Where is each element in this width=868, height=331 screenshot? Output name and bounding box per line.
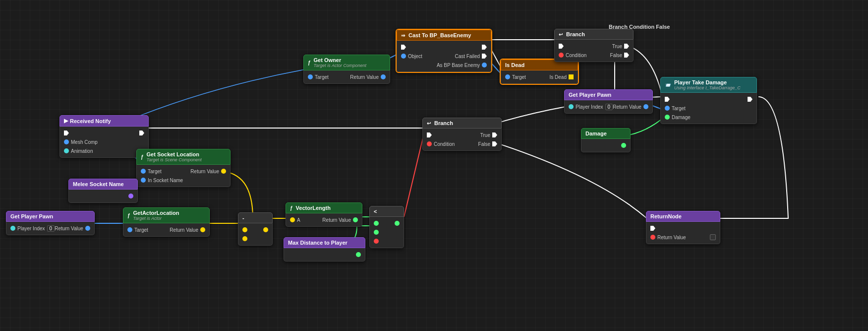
ptd-exec-out[interactable] [748, 97, 752, 102]
vl-a-pin[interactable] [290, 217, 295, 222]
cast-exec-in[interactable] [401, 45, 406, 50]
isdead-out-pin[interactable] [569, 74, 574, 79]
melee-socket-body [68, 190, 138, 203]
vl-return-pin[interactable] [353, 217, 358, 222]
branch-middle-node[interactable]: ↩ Branch True Condition False [422, 118, 502, 151]
is-dead-body: Target Is Dead [501, 70, 578, 84]
bm-false-pin[interactable] [492, 141, 497, 146]
bt-condition-pin[interactable] [559, 53, 564, 58]
bm-condition-pin[interactable] [427, 141, 432, 146]
return-node[interactable]: ReturnNode Return Value [646, 211, 720, 244]
return-body: Return Value [646, 222, 720, 244]
exec-out-pin[interactable] [139, 131, 144, 135]
blueprint-canvas[interactable]: ▶ Received Notify Mesh Comp Animation ƒ … [0, 0, 868, 331]
is-dead-node[interactable]: Is Dead Target Is Dead [500, 59, 579, 85]
get-owner-body: Target Return Value [303, 70, 390, 84]
rn-return-pin[interactable] [650, 235, 655, 240]
branch-middle-body: True Condition False [422, 129, 502, 151]
mesh-comp-pin[interactable] [64, 139, 69, 144]
cast-failed-pin[interactable] [482, 54, 487, 59]
cast-object-pin[interactable] [401, 54, 406, 59]
get-player-pawn-top-node[interactable]: Get Player Pawn Player Index 0 Return Va… [564, 89, 653, 114]
vector-length-node[interactable]: ƒ VectorLength A Return Value [286, 202, 362, 227]
subtract-node[interactable]: - [238, 212, 273, 246]
received-notify-body: Mesh Comp Animation [59, 127, 149, 158]
gal-target-pin[interactable] [127, 227, 132, 232]
go-return-pin[interactable] [381, 74, 386, 79]
return-header: ReturnNode [646, 211, 720, 222]
rn-checkbox[interactable] [710, 234, 716, 240]
branch-top-header: ↩ Branch [554, 29, 634, 40]
gsl-return-pin[interactable] [221, 169, 226, 174]
get-player-pawn-bottom-header: Get Player Pawn [6, 211, 95, 222]
get-actor-location-node[interactable]: ƒ GetActorLocation Target is Actor Targe… [123, 207, 210, 237]
lt-a-pin[interactable] [374, 221, 379, 226]
get-player-pawn-bottom-body: Player Index 0 Return Value [6, 222, 95, 235]
mesh-comp-pin-row: Mesh Comp [60, 137, 148, 146]
ptd-damage-pin[interactable] [665, 115, 670, 120]
damage-header: Damage [581, 128, 631, 139]
melee-socket-header: Melee Socket Name [68, 179, 138, 190]
branch-condition-false-label: Branch Condition False [609, 24, 670, 30]
bm-exec-in[interactable] [427, 132, 432, 137]
animation-pin[interactable] [64, 148, 69, 153]
max-distance-node[interactable]: Max Distance to Player [284, 237, 365, 262]
gsl-socket-row: In Socket Name [137, 176, 230, 185]
gsl-insocket-pin[interactable] [141, 178, 146, 183]
get-socket-location-node[interactable]: ƒ Get Socket Location Target is Scene Co… [136, 149, 231, 187]
branch-top-node[interactable]: ↩ Branch True Condition False [554, 29, 634, 62]
lt-red-pin[interactable] [374, 239, 379, 244]
get-player-pawn-top-header: Get Player Pawn [564, 89, 653, 100]
max-dist-out-pin[interactable] [356, 252, 361, 257]
bt-true-pin[interactable] [624, 44, 629, 49]
lt-b-pin[interactable] [374, 230, 379, 235]
vector-length-body: A Return Value [286, 213, 362, 227]
received-notify-node[interactable]: ▶ Received Notify Mesh Comp Animation [59, 115, 149, 158]
cast-exec-out[interactable] [482, 45, 487, 50]
exec-in-pin[interactable] [64, 131, 69, 135]
get-socket-location-header: ƒ Get Socket Location Target is Scene Co… [136, 149, 231, 165]
player-index-pin[interactable] [10, 226, 15, 231]
get-actor-location-body: Target Return Value [123, 223, 210, 237]
cast-header: ⇒ Cast To BP_BaseEnemy [397, 30, 491, 41]
lt-out-pin[interactable] [395, 221, 400, 226]
melee-socket-out-pin[interactable] [128, 194, 133, 199]
ptd-exec-in[interactable] [665, 97, 670, 102]
gppt-index-pin[interactable] [569, 104, 574, 109]
gsl-target-pin[interactable] [141, 169, 146, 174]
ptd-target-pin[interactable] [665, 106, 670, 111]
rn-exec-in[interactable] [650, 226, 655, 231]
branch-middle-header: ↩ Branch [422, 118, 502, 129]
sub-b-pin[interactable] [242, 236, 247, 241]
isdead-target-pin[interactable] [505, 74, 510, 79]
get-player-pawn-bottom-node[interactable]: Get Player Pawn Player Index 0 Return Va… [6, 211, 95, 235]
less-than-node[interactable]: < [369, 206, 404, 248]
damage-out-pin[interactable] [621, 143, 626, 148]
bt-false-pin[interactable] [624, 53, 629, 58]
get-player-pawn-top-body: Player Index 0 Return Value [564, 100, 653, 114]
cast-to-bp-base-enemy-node[interactable]: ⇒ Cast To BP_BaseEnemy Object Cast Faile… [396, 29, 492, 73]
received-notify-icon: ▶ [64, 118, 68, 124]
sub-out-pin[interactable] [263, 227, 268, 232]
get-actor-location-header: ƒ GetActorLocation Target is Actor [123, 207, 210, 223]
branch-top-body: True Condition False [554, 40, 634, 62]
player-take-damage-node[interactable]: 📨 Player Take Damage Using Interface I_T… [660, 77, 757, 124]
get-owner-node[interactable]: ƒ Get Owner Target is Actor Component Ta… [303, 55, 390, 84]
cast-as-enemy-pin[interactable] [482, 63, 487, 67]
cast-body: Object Cast Failed As BP Base Enemy [397, 41, 491, 72]
bm-true-pin[interactable] [492, 132, 497, 137]
gsl-target-row: Target Return Value [137, 167, 230, 176]
ptd-body: Target Damage [660, 93, 757, 124]
animation-pin-row: Animation [60, 146, 148, 155]
melee-socket-name-node[interactable]: Melee Socket Name [68, 179, 138, 203]
received-notify-header: ▶ Received Notify [59, 115, 149, 127]
get-socket-location-body: Target Return Value In Socket Name [136, 165, 231, 187]
bt-exec-in[interactable] [559, 44, 564, 49]
gpp-bottom-return-pin[interactable] [85, 226, 90, 231]
go-target-pin[interactable] [308, 74, 313, 79]
sub-a-pin[interactable] [242, 227, 247, 232]
damage-node[interactable]: Damage [581, 128, 631, 152]
gal-return-pin[interactable] [200, 227, 205, 232]
max-distance-body [284, 248, 365, 262]
gppt-return-pin[interactable] [643, 104, 648, 109]
